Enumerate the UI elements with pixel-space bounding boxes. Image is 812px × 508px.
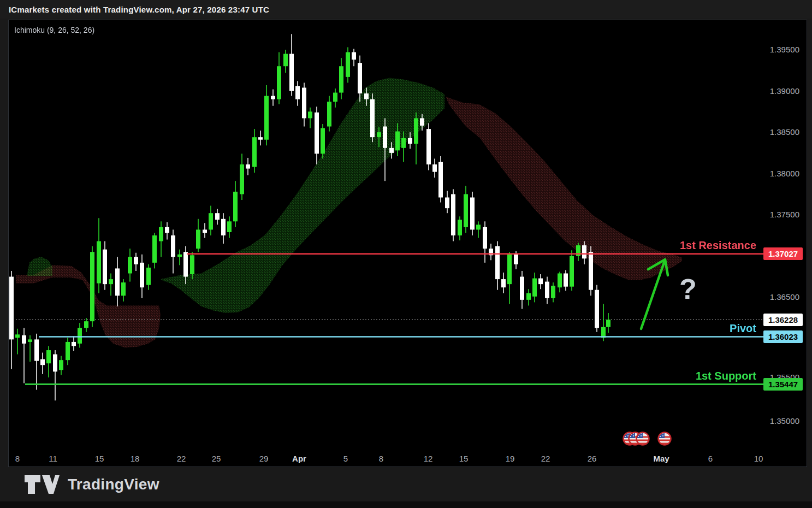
x-tick-label: 8 bbox=[15, 454, 20, 463]
y-tick-label: 1.38000 bbox=[763, 169, 805, 179]
bottom-strip bbox=[0, 501, 812, 508]
y-tick-label: 1.35000 bbox=[763, 416, 805, 426]
y-tick-label: 1.38500 bbox=[763, 127, 805, 137]
x-tick-label: 18 bbox=[131, 454, 140, 463]
footer: TradingView bbox=[0, 468, 812, 501]
x-tick-label: 22 bbox=[177, 454, 186, 463]
y-tick-label: 1.37500 bbox=[763, 210, 805, 220]
x-tick-label: 12 bbox=[424, 454, 433, 463]
chart-frame: Ichimoku (9, 26, 52, 26) 1.395001.390001… bbox=[8, 20, 807, 467]
x-tick-label: 22 bbox=[541, 454, 550, 463]
x-tick-label: 15 bbox=[95, 454, 104, 463]
watermark-header: ICmarkets created with TradingView.com, … bbox=[0, 0, 812, 19]
question-mark-annotation[interactable]: ? bbox=[679, 273, 697, 305]
y-tick-label: 1.39000 bbox=[763, 86, 805, 96]
x-tick-label: 5 bbox=[343, 454, 348, 463]
resistance-label[interactable]: 1st Resistance bbox=[680, 239, 756, 252]
x-tick-label: 29 bbox=[259, 454, 269, 463]
resistance-price-tag: 1.37027 bbox=[763, 247, 803, 260]
x-tick-label: 10 bbox=[754, 454, 763, 463]
x-tick-label: 8 bbox=[379, 454, 383, 463]
y-tick-label: 1.36500 bbox=[763, 292, 805, 302]
x-tick-label: 26 bbox=[588, 454, 597, 463]
watermark-text: ICmarkets created with TradingView.com, … bbox=[9, 5, 269, 14]
current-price-tag: 1.36228 bbox=[763, 314, 803, 326]
x-tick-label: 6 bbox=[708, 454, 713, 463]
indicator-label[interactable]: Ichimoku (9, 26, 52, 26) bbox=[14, 26, 94, 34]
pivot-label[interactable]: Pivot bbox=[730, 322, 756, 335]
support-label[interactable]: 1st Support bbox=[696, 370, 756, 382]
x-tick-label: 11 bbox=[49, 454, 57, 463]
tradingview-logo-icon[interactable] bbox=[24, 474, 60, 495]
economic-event-flag-us[interactable] bbox=[657, 432, 672, 445]
support-price-tag: 1.35447 bbox=[763, 378, 803, 391]
x-tick-label: 19 bbox=[506, 454, 515, 463]
pivot-price-tag: 1.36023 bbox=[763, 330, 803, 343]
y-tick-label: 1.39500 bbox=[763, 45, 805, 55]
price-chart-canvas[interactable] bbox=[9, 20, 763, 448]
x-tick-label: 25 bbox=[212, 454, 221, 463]
x-tick-label: May bbox=[653, 454, 669, 463]
tradingview-brand-text[interactable]: TradingView bbox=[68, 476, 159, 493]
x-tick-label: 15 bbox=[459, 454, 469, 463]
economic-event-flags[interactable] bbox=[619, 429, 679, 448]
x-tick-label: Apr bbox=[292, 454, 306, 463]
